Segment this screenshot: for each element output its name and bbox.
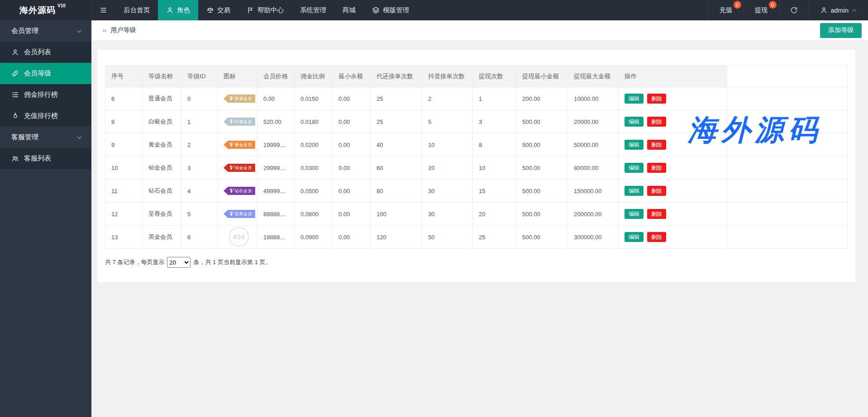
level-badge-icon: V至尊会员 [224, 210, 255, 218]
cell-daihuan: 40 [371, 133, 422, 156]
sidebar-group-member-management[interactable]: 会员管理 [0, 20, 91, 42]
nav-item-label: 商城 [343, 6, 356, 14]
levels-table: 序号等级名称等级ID图标会员价格佣金比例最小余额代还接单次数抖音接单次数提现次数… [105, 65, 848, 249]
chevron-down-icon [76, 134, 82, 141]
sidebar-group-label: 会员管理 [11, 27, 38, 35]
delete-button[interactable]: 删除 [647, 186, 666, 196]
recharge-count-badge: 0 [734, 1, 741, 9]
nav-item-system[interactable]: 系统管理 [292, 0, 334, 20]
cell-min_withdraw: 200.00 [516, 87, 568, 110]
nav-item-label: 系统管理 [300, 6, 326, 14]
cell-level_id: 6 [181, 226, 218, 249]
cell-min_balance: 0.00 [333, 226, 371, 249]
withdraw-button[interactable]: 提现 0 [744, 0, 779, 20]
cell-filler [727, 203, 848, 226]
sidebar-item-label: 佣金排行榜 [24, 90, 58, 99]
cell-filler [727, 180, 848, 203]
cell-withdraw_times: 20 [473, 203, 516, 226]
delete-button[interactable]: 删除 [647, 117, 666, 127]
cell-max_withdraw: 80000.00 [568, 156, 619, 180]
sidebar-item-commission-rank[interactable]: 佣金排行榜 [0, 84, 91, 105]
cell-commission: 0.0800 [295, 203, 333, 226]
cell-level_id: 2 [181, 133, 218, 156]
nav-item-template[interactable]: 模版管理 [364, 0, 417, 20]
sidebar-item-label: 充值排行榜 [24, 112, 58, 120]
recharge-button[interactable]: 充值 0 [708, 0, 744, 20]
pagination-suffix: 条，共 1 页当前显示第 1 页。 [193, 258, 271, 266]
nav-item-label: 帮助中心 [258, 6, 284, 14]
page-size-select[interactable]: 20 [167, 257, 191, 268]
cell-level_id: 1 [181, 110, 218, 133]
cell-name: 铂金会员 [143, 156, 181, 180]
nav-item-mall[interactable]: 商城 [334, 0, 364, 20]
cell-douyin: 30 [422, 180, 473, 203]
edit-button[interactable]: 编辑 [625, 94, 644, 104]
cell-actions: 编辑删除 [619, 110, 727, 133]
cell-id: 13 [105, 226, 143, 249]
cell-id: 6 [105, 87, 143, 110]
column-header: 抖音接单次数 [422, 66, 473, 87]
table-header-filler [727, 66, 848, 87]
app-window: 海外源码 V10 后台首页角色交易帮助中心系统管理商城模版管理 充值 0 提现 … [0, 0, 868, 417]
delete-button[interactable]: 删除 [647, 209, 666, 219]
edit-button[interactable]: 编辑 [625, 117, 644, 127]
cell-withdraw_times: 8 [473, 133, 516, 156]
sidebar-item-service-list[interactable]: 客服列表 [0, 148, 91, 169]
pagination: 共 7 条记录，每页显示 20 条，共 1 页当前显示第 1 页。 [105, 257, 848, 268]
level-badge-icon: V黄金会员 [224, 141, 255, 149]
cell-min_balance: 0.00 [333, 180, 371, 203]
sidebar-item-label: 会员等级 [24, 69, 51, 78]
cell-daihuan: 25 [371, 110, 422, 133]
sidebar-item-recharge-rank[interactable]: 充值排行榜 [0, 105, 91, 127]
edit-button[interactable]: 编辑 [625, 163, 644, 173]
column-header: 最小余额 [333, 66, 371, 87]
cell-min_withdraw: 500.00 [516, 110, 568, 133]
cell-min_balance: 0.00 [333, 133, 371, 156]
edit-button[interactable]: 编辑 [625, 186, 644, 196]
cell-actions: 编辑删除 [619, 133, 727, 156]
table-row: 10铂金会员3V铂金会员29999....0.03000.00602010500… [105, 156, 848, 180]
cell-icon: V铂金会员 [218, 156, 258, 180]
delete-button[interactable]: 删除 [647, 232, 666, 242]
nav-item-trade[interactable]: 交易 [198, 0, 238, 20]
chevron-down-icon [76, 28, 82, 34]
table-row: 12至尊会员5V至尊会员88888....0.08000.00100302050… [105, 203, 848, 226]
sidebar-toggle-button[interactable] [91, 0, 115, 20]
admin-menu-button[interactable]: admin [809, 0, 868, 20]
delete-button[interactable]: 删除 [647, 163, 666, 173]
nav-item-home[interactable]: 后台首页 [115, 0, 158, 20]
column-header: 提现最小金额 [516, 66, 568, 87]
cell-min_withdraw: 500.00 [516, 133, 568, 156]
sidebar-group-service-management[interactable]: 客服管理 [0, 127, 91, 148]
edit-button[interactable]: 编辑 [625, 209, 644, 219]
flame-icon [11, 112, 19, 120]
delete-button[interactable]: 删除 [647, 140, 666, 150]
edit-button[interactable]: 编辑 [625, 232, 644, 242]
logo-text: 海外源码 [19, 5, 56, 16]
nav-item-roles[interactable]: 角色 [158, 0, 198, 20]
cell-min_withdraw: 500.00 [516, 203, 568, 226]
cell-level_id: 0 [181, 87, 218, 110]
delete-button[interactable]: 删除 [647, 94, 666, 104]
cell-max_withdraw: 200000.00 [568, 203, 619, 226]
column-header: 佣金比例 [295, 66, 333, 87]
cell-icon: V白银会员 [218, 110, 258, 133]
sidebar-item-member-list[interactable]: 会员列表 [0, 42, 91, 63]
breadcrumb: » 用户等级 添加等级 [91, 20, 868, 40]
add-level-button[interactable]: 添加等级 [820, 23, 862, 38]
table-header-row: 序号等级名称等级ID图标会员价格佣金比例最小余额代还接单次数抖音接单次数提现次数… [105, 66, 848, 87]
refresh-button[interactable] [779, 0, 809, 20]
layers-icon [372, 6, 380, 14]
cell-price: 29999.... [258, 156, 295, 180]
nav-item-help[interactable]: 帮助中心 [238, 0, 292, 20]
withdraw-count-badge: 0 [769, 1, 777, 9]
cell-price: 18888... [258, 226, 295, 249]
edit-button[interactable]: 编辑 [625, 140, 644, 150]
flag-icon [247, 6, 254, 14]
sidebar-group-label: 客服管理 [11, 133, 38, 142]
page-title: 用户等级 [110, 26, 136, 34]
sidebar-item-member-level[interactable]: 会员等级 [0, 63, 91, 84]
person-icon [166, 6, 174, 14]
scales-icon [206, 6, 214, 14]
cell-filler [727, 133, 848, 156]
